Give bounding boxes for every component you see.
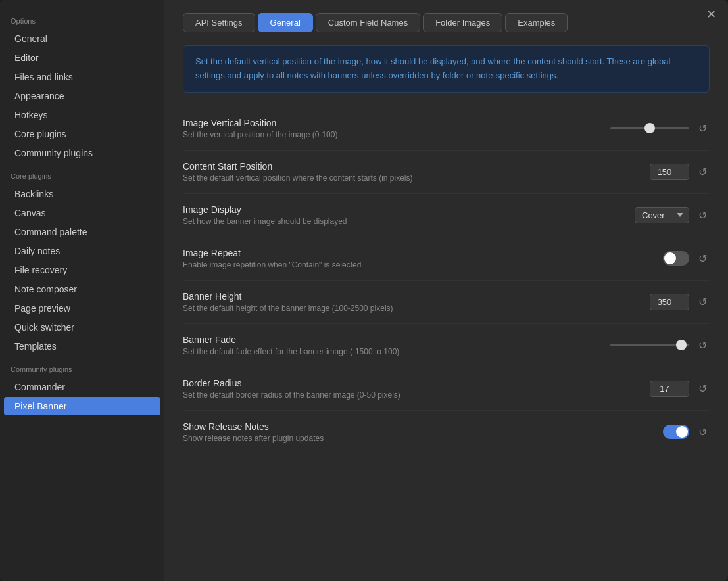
community-plugins-section-label: Community plugins [0, 356, 164, 377]
setting-banner-height: Banner Height Set the default height of … [183, 281, 710, 324]
setting-name-csp: Content Start Position [183, 161, 650, 172]
input-banner-height[interactable] [650, 294, 689, 310]
info-text: Set the default vertical position of the… [195, 57, 670, 80]
sidebar-item-templates[interactable]: Templates [4, 337, 160, 356]
sidebar-item-daily-notes[interactable]: Daily notes [4, 242, 160, 260]
sidebar-item-backlinks[interactable]: Backlinks [4, 185, 160, 203]
reset-csp-button[interactable]: ↺ [696, 163, 710, 181]
modal-window: ✕ Options General Editor Files and links… [0, 0, 728, 581]
setting-desc-bh: Set the default height of the banner ima… [183, 304, 650, 313]
sidebar-item-quick-switcher[interactable]: Quick switcher [4, 318, 160, 337]
slider-banner-fade[interactable] [610, 344, 689, 346]
setting-name-ivp: Image Vertical Position [183, 118, 610, 128]
setting-desc-ir: Enable image repetition when "Contain" i… [183, 260, 663, 269]
tab-folder-images[interactable]: Folder Images [423, 13, 502, 32]
setting-show-release-notes: Show Release Notes Show release notes af… [183, 411, 710, 453]
sidebar-item-community-plugins[interactable]: Community plugins [4, 144, 160, 162]
setting-desc-csp: Set the default vertical position where … [183, 174, 650, 183]
setting-name-ir: Image Repeat [183, 248, 663, 258]
sidebar-item-pixel-banner[interactable]: Pixel Banner [4, 397, 160, 415]
slider-bf-thumb[interactable] [676, 340, 687, 350]
setting-desc-ivp: Set the vertical position of the image (… [183, 130, 610, 139]
select-image-display[interactable]: Cover Contain Fill None [635, 207, 689, 223]
setting-name-br: Border Radius [183, 378, 650, 388]
sidebar: Options General Editor Files and links A… [0, 0, 164, 581]
sidebar-item-editor[interactable]: Editor [4, 49, 160, 67]
sidebar-item-note-composer[interactable]: Note composer [4, 280, 160, 298]
reset-id-button[interactable]: ↺ [696, 206, 710, 224]
sidebar-item-commander[interactable]: Commander [4, 378, 160, 396]
reset-br-button[interactable]: ↺ [696, 380, 710, 398]
tab-custom-field-names[interactable]: Custom Field Names [316, 13, 420, 32]
reset-ivp-button[interactable]: ↺ [696, 120, 710, 137]
setting-desc-id: Set how the banner image should be displ… [183, 217, 635, 226]
setting-desc-br: Set the default border radius of the ban… [183, 390, 650, 400]
sidebar-item-appearance[interactable]: Appearance [4, 87, 160, 105]
sidebar-item-files-and-links[interactable]: Files and links [4, 68, 160, 86]
setting-desc-bf: Set the default fade effect for the bann… [183, 347, 610, 356]
reset-srn-button[interactable]: ↺ [696, 423, 710, 441]
toggle-show-release-notes[interactable] [663, 425, 689, 439]
sidebar-item-core-plugins[interactable]: Core plugins [4, 125, 160, 143]
slider-bf-container [610, 344, 689, 346]
toggle-srn-slider [663, 425, 689, 439]
reset-ir-button[interactable]: ↺ [696, 250, 710, 267]
toggle-image-repeat-slider [663, 251, 689, 266]
input-content-start-position[interactable] [650, 164, 689, 180]
tab-api-settings[interactable]: API Settings [183, 13, 255, 32]
slider-ivp-container [610, 127, 689, 129]
info-box: Set the default vertical position of the… [183, 45, 710, 93]
sidebar-item-page-preview[interactable]: Page preview [4, 299, 160, 317]
slider-image-vertical-position[interactable] [610, 127, 689, 129]
sidebar-item-file-recovery[interactable]: File recovery [4, 261, 160, 279]
setting-image-vertical-position: Image Vertical Position Set the vertical… [183, 107, 710, 151]
sidebar-item-hotkeys[interactable]: Hotkeys [4, 106, 160, 124]
close-button[interactable]: ✕ [703, 7, 719, 22]
main-content: API Settings General Custom Field Names … [164, 0, 728, 581]
settings-list: Image Vertical Position Set the vertical… [183, 107, 710, 453]
setting-name-bf: Banner Fade [183, 335, 610, 345]
setting-content-start-position: Content Start Position Set the default v… [183, 151, 710, 194]
setting-name-srn: Show Release Notes [183, 421, 663, 432]
options-section-label: Options [0, 8, 164, 29]
setting-name-bh: Banner Height [183, 291, 650, 302]
reset-bf-button[interactable]: ↺ [696, 337, 710, 354]
sidebar-item-canvas[interactable]: Canvas [4, 204, 160, 222]
setting-banner-fade: Banner Fade Set the default fade effect … [183, 324, 710, 367]
sidebar-item-general[interactable]: General [4, 30, 160, 48]
toggle-image-repeat[interactable] [663, 251, 689, 266]
setting-image-display: Image Display Set how the banner image s… [183, 194, 710, 237]
reset-bh-button[interactable]: ↺ [696, 293, 710, 311]
sidebar-item-command-palette[interactable]: Command palette [4, 223, 160, 241]
tab-examples[interactable]: Examples [505, 13, 568, 32]
tab-general[interactable]: General [258, 13, 313, 32]
setting-desc-srn: Show release notes after plugin updates [183, 434, 663, 443]
core-plugins-section-label: Core plugins [0, 163, 164, 184]
slider-ivp-thumb[interactable] [644, 123, 655, 133]
setting-image-repeat: Image Repeat Enable image repetition whe… [183, 237, 710, 281]
setting-name-id: Image Display [183, 204, 635, 215]
setting-border-radius: Border Radius Set the default border rad… [183, 367, 710, 411]
input-border-radius[interactable] [650, 381, 689, 397]
tab-bar: API Settings General Custom Field Names … [183, 13, 710, 32]
